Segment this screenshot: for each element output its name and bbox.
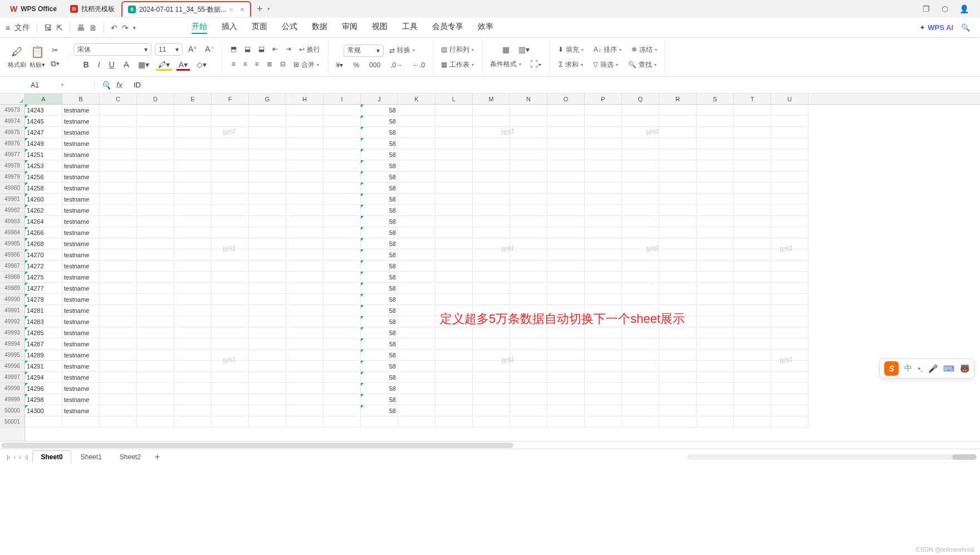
- cell[interactable]: 14298: [25, 394, 62, 405]
- cell[interactable]: [324, 160, 361, 171]
- cell[interactable]: [212, 160, 249, 171]
- cell[interactable]: [249, 183, 286, 194]
- cell[interactable]: [622, 127, 659, 138]
- cell[interactable]: [771, 116, 808, 127]
- cell[interactable]: [510, 116, 547, 127]
- cell[interactable]: [510, 416, 547, 428]
- cell[interactable]: [249, 327, 286, 338]
- cell[interactable]: [249, 316, 286, 327]
- cell[interactable]: [547, 316, 585, 327]
- cell[interactable]: [473, 361, 510, 372]
- cell[interactable]: [435, 138, 473, 149]
- cell[interactable]: [585, 327, 622, 338]
- fill-color-icon[interactable]: 🖍▾: [156, 59, 172, 71]
- cell[interactable]: [734, 171, 771, 183]
- cell[interactable]: testname: [62, 283, 100, 294]
- cell[interactable]: [734, 149, 771, 160]
- cell[interactable]: 14281: [25, 305, 62, 316]
- cell[interactable]: [100, 116, 137, 127]
- cell[interactable]: [249, 350, 286, 361]
- cell[interactable]: [398, 383, 435, 394]
- cell[interactable]: [286, 127, 324, 138]
- cell[interactable]: [137, 227, 174, 238]
- cell[interactable]: [435, 394, 473, 405]
- cell[interactable]: [174, 338, 212, 350]
- cell[interactable]: testname: [62, 216, 100, 227]
- cell[interactable]: [398, 327, 435, 338]
- cell[interactable]: [174, 383, 212, 394]
- cell[interactable]: [249, 105, 286, 116]
- cell[interactable]: [659, 350, 697, 361]
- cell[interactable]: [771, 383, 808, 394]
- cell[interactable]: 58: [361, 383, 398, 394]
- cell[interactable]: [473, 350, 510, 361]
- cell[interactable]: testname: [62, 361, 100, 372]
- col-header-C[interactable]: C: [100, 94, 137, 104]
- cell[interactable]: [734, 338, 771, 350]
- cell[interactable]: [324, 171, 361, 183]
- cell[interactable]: [249, 238, 286, 249]
- row-header[interactable]: 49987: [0, 261, 24, 272]
- cell[interactable]: [510, 316, 547, 327]
- cell[interactable]: testname: [62, 272, 100, 283]
- doc-tab-1[interactable]: D 找稻壳模板: [65, 1, 120, 17]
- cell[interactable]: [100, 294, 137, 305]
- cell[interactable]: [137, 194, 174, 205]
- cell[interactable]: [697, 338, 734, 350]
- cell[interactable]: [510, 350, 547, 361]
- cell[interactable]: [137, 394, 174, 405]
- cell[interactable]: [212, 327, 249, 338]
- cell[interactable]: [324, 361, 361, 372]
- cell[interactable]: [137, 361, 174, 372]
- cell[interactable]: [771, 405, 808, 416]
- cell[interactable]: [734, 216, 771, 227]
- cell[interactable]: [286, 383, 324, 394]
- cell[interactable]: [547, 372, 585, 383]
- distribute-icon[interactable]: ⊟: [278, 59, 288, 71]
- cell[interactable]: [771, 249, 808, 261]
- currency-icon[interactable]: ¥▾: [334, 60, 346, 70]
- cell[interactable]: [174, 305, 212, 316]
- cell[interactable]: [659, 405, 697, 416]
- fill-button[interactable]: ⬇填充▾: [556, 44, 586, 56]
- cell[interactable]: [435, 183, 473, 194]
- cell[interactable]: [398, 249, 435, 261]
- cell[interactable]: [547, 183, 585, 194]
- cell[interactable]: [324, 149, 361, 160]
- cell[interactable]: [659, 272, 697, 283]
- cube-icon[interactable]: ⬡: [940, 4, 950, 13]
- cell[interactable]: [697, 350, 734, 361]
- cell[interactable]: [435, 416, 473, 428]
- cell[interactable]: [547, 171, 585, 183]
- col-header-U[interactable]: U: [771, 94, 808, 104]
- cell[interactable]: [286, 216, 324, 227]
- cell[interactable]: [249, 149, 286, 160]
- cell[interactable]: [585, 205, 622, 216]
- cell[interactable]: [585, 127, 622, 138]
- cell[interactable]: [659, 305, 697, 316]
- cell[interactable]: [286, 327, 324, 338]
- cell[interactable]: [585, 105, 622, 116]
- italic-icon[interactable]: I: [96, 59, 102, 71]
- cell[interactable]: [585, 116, 622, 127]
- cell[interactable]: [100, 183, 137, 194]
- cell[interactable]: [324, 338, 361, 350]
- cell[interactable]: [585, 305, 622, 316]
- cell[interactable]: [174, 394, 212, 405]
- indent-inc-icon[interactable]: ⇥: [283, 44, 293, 56]
- cell[interactable]: [771, 361, 808, 372]
- cell[interactable]: 14253: [25, 160, 62, 171]
- cell[interactable]: [100, 383, 137, 394]
- row-header[interactable]: 49976: [0, 138, 24, 149]
- cell[interactable]: [174, 294, 212, 305]
- cell[interactable]: 58: [361, 127, 398, 138]
- cell[interactable]: [249, 227, 286, 238]
- quick-dropdown-icon[interactable]: ▾: [133, 25, 136, 31]
- cell[interactable]: [734, 127, 771, 138]
- cell[interactable]: [697, 261, 734, 272]
- col-header-D[interactable]: D: [137, 94, 174, 104]
- cell[interactable]: [585, 160, 622, 171]
- cell[interactable]: [324, 238, 361, 249]
- cell[interactable]: 58: [361, 294, 398, 305]
- cell[interactable]: [25, 416, 62, 428]
